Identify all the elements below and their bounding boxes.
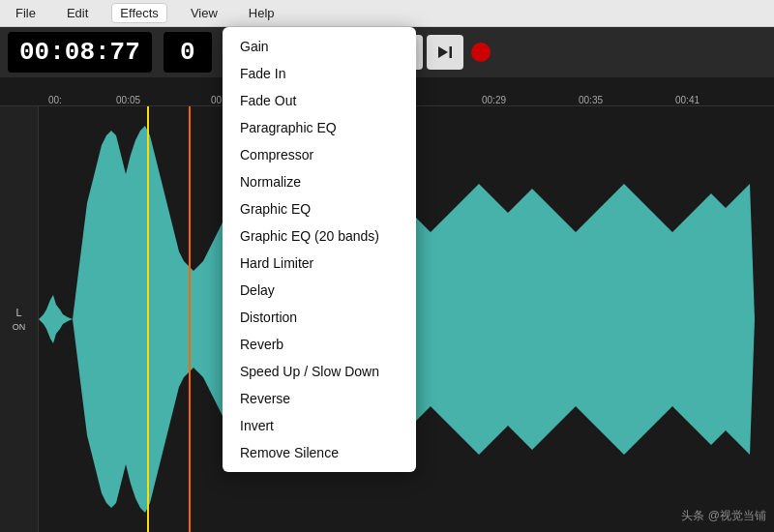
track-name: L <box>15 307 21 318</box>
effect-compressor[interactable]: Compressor <box>223 141 416 168</box>
track-status: ON <box>13 322 26 332</box>
effect-invert[interactable]: Invert <box>223 412 416 439</box>
tick-6: 00:35 <box>579 95 603 105</box>
effect-remove-silence[interactable]: Remove Silence <box>223 439 416 466</box>
effect-reverb[interactable]: Reverb <box>223 331 416 358</box>
menu-view[interactable]: View <box>183 4 225 22</box>
skip-forward-button[interactable] <box>427 35 463 70</box>
effect-paragraphic-eq[interactable]: Paragraphic EQ <box>223 114 416 141</box>
svg-rect-6 <box>449 46 452 58</box>
tick-5: 00:29 <box>482 95 506 105</box>
playhead <box>189 106 191 532</box>
svg-marker-7 <box>438 46 448 58</box>
menu-edit[interactable]: Edit <box>59 4 96 22</box>
tick-7: 00:41 <box>675 95 700 105</box>
effect-delay[interactable]: Delay <box>223 277 416 304</box>
effects-dropdown: Gain Fade In Fade Out Paragraphic EQ Com… <box>223 27 416 472</box>
effect-reverse[interactable]: Reverse <box>223 385 416 412</box>
effect-graphic-eq[interactable]: Graphic EQ <box>223 195 416 222</box>
menubar: File Edit Effects View Help <box>0 0 774 27</box>
effect-normalize[interactable]: Normalize <box>223 168 416 195</box>
track-label: L ON <box>0 106 39 532</box>
effect-hard-limiter[interactable]: Hard Limiter <box>223 250 416 277</box>
counter-display: 0 <box>164 32 212 73</box>
tick-0: 00: <box>48 95 62 105</box>
tick-1: 00:05 <box>116 95 140 105</box>
effect-fade-out[interactable]: Fade Out <box>223 87 416 114</box>
menu-help[interactable]: Help <box>241 4 283 22</box>
menu-file[interactable]: File <box>8 4 44 22</box>
time-display: 00:08:77 <box>8 32 152 73</box>
effect-speed[interactable]: Speed Up / Slow Down <box>223 358 416 385</box>
menu-effects[interactable]: Effects <box>111 3 167 23</box>
effect-gain[interactable]: Gain <box>223 33 416 60</box>
record-button[interactable] <box>471 43 491 62</box>
effect-fade-in[interactable]: Fade In <box>223 60 416 87</box>
watermark: 头条 @视觉当铺 <box>681 508 766 524</box>
selection-marker <box>147 106 149 532</box>
effect-distortion[interactable]: Distortion <box>223 304 416 331</box>
effect-graphic-eq-20[interactable]: Graphic EQ (20 bands) <box>223 222 416 250</box>
